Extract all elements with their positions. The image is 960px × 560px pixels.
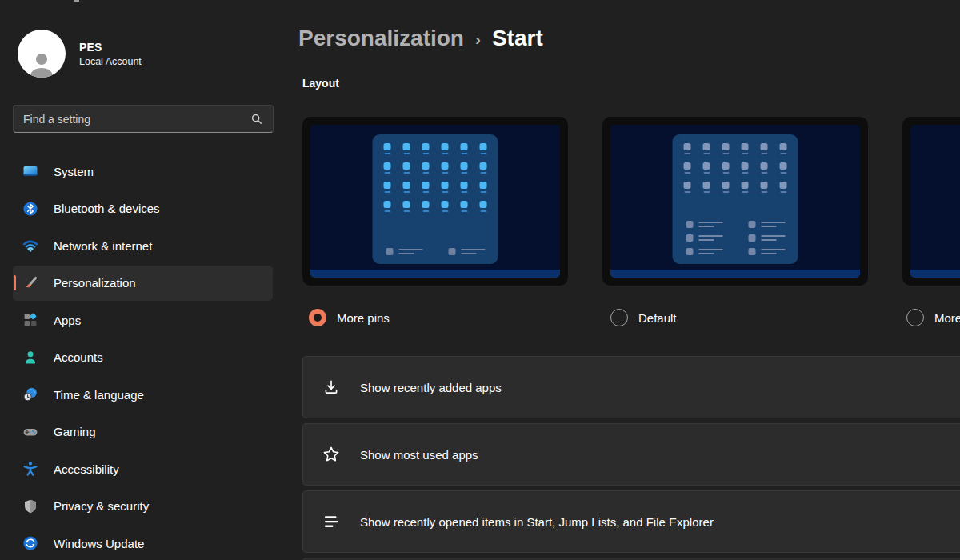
- pin-underline: [403, 191, 410, 193]
- sidebar-item-bluetooth[interactable]: Bluetooth & devices: [13, 191, 273, 226]
- pin-tile: [442, 143, 449, 150]
- pin-tile: [761, 182, 768, 189]
- pin-underline: [461, 153, 467, 154]
- recommended-line: [699, 249, 723, 250]
- preview-pin: [742, 162, 749, 174]
- sidebar-item-label: Accounts: [54, 350, 103, 364]
- pin-tile: [461, 201, 468, 208]
- layout-card-default[interactable]: [602, 117, 868, 286]
- page-title: Start: [492, 26, 543, 51]
- layout-radio-default[interactable]: Default: [610, 309, 677, 326]
- search-input[interactable]: [14, 113, 250, 126]
- pin-tile: [684, 162, 691, 170]
- preview-pin: [422, 162, 430, 174]
- preview-pin: [780, 182, 787, 193]
- system-icon: [22, 163, 38, 179]
- settings-row-most-used-apps[interactable]: Show most used apps: [302, 423, 960, 486]
- sidebar-item-label: Windows Update: [54, 537, 144, 550]
- preview-start-panel: [373, 134, 498, 264]
- preview-pin: [761, 162, 768, 174]
- preview-pin-row: [384, 162, 487, 174]
- recommended-line: [762, 226, 777, 227]
- recommended-lines: [399, 248, 423, 254]
- pin-tile: [384, 201, 391, 208]
- pin-underline: [461, 172, 467, 174]
- radio-unselected-icon[interactable]: [906, 309, 924, 326]
- person-icon: [25, 47, 58, 78]
- recommended-line: [762, 253, 777, 254]
- preview-pin: [480, 182, 487, 193]
- pin-underline: [461, 191, 467, 193]
- pin-underline: [742, 172, 748, 174]
- preview-pin: [480, 201, 487, 212]
- recommended-lines: [762, 221, 786, 227]
- preview-taskbar: [910, 270, 960, 278]
- pin-underline: [684, 191, 690, 193]
- sidebar-item-system[interactable]: System: [13, 154, 273, 189]
- sidebar-item-windows-update[interactable]: Windows Update: [13, 526, 273, 560]
- preview-pin: [384, 143, 391, 154]
- recommended-square: [749, 221, 756, 228]
- sidebar-item-apps[interactable]: Apps: [13, 302, 273, 338]
- pin-underline: [480, 210, 486, 212]
- sidebar-item-accounts[interactable]: Accounts: [13, 340, 273, 375]
- pin-tile: [684, 182, 691, 189]
- pin-tile: [703, 182, 710, 189]
- settings-row-recently-opened-items[interactable]: Show recently opened items in Start, Jum…: [302, 490, 960, 553]
- recommended-line: [462, 249, 486, 250]
- recommended-square: [386, 248, 394, 255]
- search-box[interactable]: [13, 105, 274, 133]
- settings-row-recently-added-apps[interactable]: Show recently added apps: [302, 356, 960, 418]
- layout-card-more-pins[interactable]: [302, 117, 568, 286]
- layout-card-more-recommendations[interactable]: [902, 117, 960, 286]
- pin-tile: [703, 143, 710, 150]
- recommended-square: [686, 234, 694, 242]
- preview-pin: [461, 182, 468, 193]
- preview-pin: [442, 201, 449, 212]
- pin-underline: [422, 153, 429, 154]
- accessibility-icon: [22, 461, 38, 477]
- radio-unselected-icon[interactable]: [610, 309, 628, 326]
- preview-pin: [422, 182, 430, 193]
- pin-tile: [461, 143, 468, 150]
- sidebar-item-gaming[interactable]: Gaming: [13, 414, 273, 450]
- pin-tile: [461, 182, 468, 189]
- sidebar-item-privacy-security[interactable]: Privacy & security: [13, 489, 273, 524]
- sidebar-item-label: Time & language: [54, 388, 144, 402]
- sidebar-item-personalization[interactable]: Personalization: [13, 266, 273, 301]
- preview-pin: [684, 143, 691, 154]
- preview-pin-row: [384, 201, 487, 212]
- sidebar-item-accessibility[interactable]: Accessibility: [13, 451, 273, 486]
- breadcrumb-parent[interactable]: Personalization: [298, 26, 464, 51]
- layout-radio-more-pins[interactable]: More pins: [309, 309, 390, 326]
- pin-tile: [403, 143, 410, 150]
- pin-underline: [780, 172, 786, 174]
- pin-underline: [780, 191, 786, 193]
- sidebar-item-time-language[interactable]: Time & language: [13, 377, 273, 412]
- preview-pin: [703, 182, 710, 193]
- radio-selected-icon[interactable]: [309, 309, 326, 326]
- preview-recommended-row: [684, 234, 787, 242]
- preview-recommended-row: [384, 248, 487, 255]
- pin-underline: [722, 191, 729, 193]
- search-icon: [250, 113, 263, 126]
- layout-radio-more-recommendations[interactable]: More: [906, 309, 960, 326]
- pin-underline: [722, 153, 729, 154]
- recommended-square: [686, 221, 694, 228]
- preview-recommended-block: [384, 248, 487, 255]
- sidebar-item-label: Gaming: [54, 425, 96, 438]
- preview-recommended-block: [684, 221, 787, 255]
- preview-pin: [722, 182, 730, 193]
- user-profile[interactable]: PES Local Account: [18, 30, 142, 78]
- pin-tile: [480, 162, 487, 170]
- pin-underline: [384, 210, 390, 212]
- preview-pin-row: [384, 143, 487, 154]
- pin-underline: [684, 172, 690, 174]
- recommended-lines: [762, 248, 786, 254]
- pin-tile: [684, 143, 691, 150]
- recommended-lines: [699, 221, 723, 227]
- sidebar-item-network[interactable]: Network & internet: [13, 228, 273, 263]
- pin-tile: [780, 162, 787, 170]
- pin-underline: [703, 191, 710, 193]
- recommended-lines: [699, 248, 723, 254]
